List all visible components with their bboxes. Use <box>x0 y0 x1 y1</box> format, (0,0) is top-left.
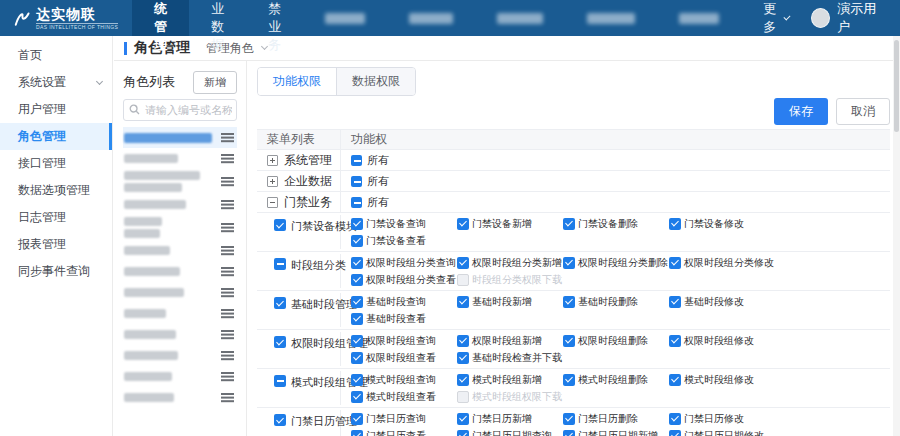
top-nav-item[interactable]: 门禁业务 <box>246 0 303 36</box>
perm-checkbox[interactable] <box>669 430 681 436</box>
perm-checkbox[interactable] <box>563 335 575 347</box>
perm-checkbox[interactable] <box>563 296 575 308</box>
top-nav-item[interactable]: 更多 <box>741 0 811 36</box>
top-nav-item[interactable]: 系统管理 <box>132 0 189 36</box>
menu-handle-icon[interactable] <box>221 133 234 142</box>
add-role-button[interactable]: 新增 <box>193 71 237 94</box>
module-checkbox[interactable] <box>274 258 286 270</box>
sidebar-item[interactable]: 角色管理 <box>0 123 112 150</box>
menu-handle-icon[interactable] <box>221 330 234 339</box>
menu-handle-icon[interactable] <box>221 223 234 232</box>
perm-checkbox[interactable] <box>351 296 363 308</box>
top-nav-item[interactable] <box>303 0 387 36</box>
perm-checkbox[interactable] <box>457 430 469 436</box>
tab-data-perm[interactable]: 数据权限 <box>336 68 415 95</box>
perm-checkbox[interactable] <box>351 352 363 364</box>
menu-handle-icon[interactable] <box>221 288 234 297</box>
all-checkbox[interactable] <box>351 197 362 208</box>
perm-checkbox[interactable] <box>563 413 575 425</box>
menu-handle-icon[interactable] <box>221 372 234 381</box>
role-list-item[interactable] <box>123 366 237 387</box>
role-list-item[interactable] <box>123 261 237 282</box>
sidebar-item[interactable]: 接口管理 <box>0 150 112 177</box>
perm-checkbox[interactable] <box>563 430 575 436</box>
menu-handle-icon[interactable] <box>221 267 234 276</box>
top-nav-item[interactable] <box>565 0 657 36</box>
module-checkbox[interactable] <box>274 375 286 387</box>
cancel-button[interactable]: 取消 <box>836 98 890 125</box>
perm-checkbox[interactable] <box>351 313 363 325</box>
menu-handle-icon[interactable] <box>221 393 234 402</box>
tab-function-perm[interactable]: 功能权限 <box>258 68 336 95</box>
expand-toggle-icon[interactable] <box>267 197 278 208</box>
perm-checkbox[interactable] <box>669 335 681 347</box>
scrollbar-thumb[interactable] <box>894 40 899 132</box>
expand-toggle-icon[interactable] <box>267 176 278 187</box>
sidebar-item[interactable]: 日志管理 <box>0 204 112 231</box>
top-nav-item[interactable] <box>475 0 565 36</box>
user-menu[interactable]: 演示用户 <box>811 0 900 36</box>
perm-checkbox[interactable] <box>669 218 681 230</box>
role-list-item[interactable] <box>123 240 237 261</box>
role-list-item[interactable] <box>123 215 237 240</box>
perm-checkbox[interactable] <box>669 374 681 386</box>
perm-checkbox[interactable] <box>457 218 469 230</box>
top-nav-item[interactable] <box>387 0 475 36</box>
expand-toggle-icon[interactable] <box>267 155 278 166</box>
perm-checkbox[interactable] <box>351 274 363 286</box>
role-list-item[interactable] <box>123 194 237 215</box>
role-list-item[interactable] <box>123 387 237 408</box>
module-checkbox[interactable] <box>274 297 286 309</box>
page-scrollbar[interactable] <box>893 36 900 436</box>
perm-checkbox[interactable] <box>563 218 575 230</box>
sidebar-item[interactable]: 用户管理 <box>0 96 112 123</box>
perm-checkbox[interactable] <box>563 257 575 269</box>
sidebar-item[interactable]: 系统设置 <box>0 69 112 96</box>
sidebar-item[interactable]: 数据选项管理 <box>0 177 112 204</box>
perm-checkbox[interactable] <box>351 235 363 247</box>
all-checkbox[interactable] <box>351 155 362 166</box>
chevron-down-icon[interactable] <box>261 43 268 50</box>
perm-checkbox[interactable] <box>351 257 363 269</box>
role-list-item[interactable] <box>123 324 237 345</box>
menu-handle-icon[interactable] <box>221 177 234 186</box>
perm-checkbox[interactable] <box>457 374 469 386</box>
perm-checkbox[interactable] <box>563 374 575 386</box>
perm-checkbox[interactable] <box>351 335 363 347</box>
perm-checkbox[interactable] <box>351 413 363 425</box>
role-list-item[interactable] <box>123 345 237 366</box>
perm-checkbox[interactable] <box>457 296 469 308</box>
perm-checkbox[interactable] <box>351 218 363 230</box>
menu-handle-icon[interactable] <box>221 309 234 318</box>
all-checkbox[interactable] <box>351 176 362 187</box>
role-list-item[interactable] <box>123 303 237 324</box>
role-list-item[interactable] <box>123 127 237 148</box>
top-nav-item[interactable] <box>657 0 741 36</box>
perm-checkbox[interactable] <box>457 413 469 425</box>
role-search-input[interactable] <box>123 99 237 121</box>
perm-checkbox[interactable] <box>669 413 681 425</box>
menu-handle-icon[interactable] <box>221 200 234 209</box>
module-checkbox[interactable] <box>274 414 286 426</box>
sidebar-item[interactable]: 同步事件查询 <box>0 258 112 285</box>
perm-checkbox[interactable] <box>457 257 469 269</box>
perm-checkbox[interactable] <box>457 391 469 403</box>
perm-checkbox[interactable] <box>351 391 363 403</box>
sidebar-item[interactable]: 报表管理 <box>0 231 112 258</box>
perm-checkbox[interactable] <box>457 335 469 347</box>
sidebar-item[interactable]: 首页 <box>0 42 112 69</box>
perm-checkbox[interactable] <box>351 430 363 436</box>
menu-handle-icon[interactable] <box>221 154 234 163</box>
menu-handle-icon[interactable] <box>221 246 234 255</box>
menu-handle-icon[interactable] <box>221 351 234 360</box>
role-list-item[interactable] <box>123 169 237 194</box>
perm-checkbox[interactable] <box>669 257 681 269</box>
module-checkbox[interactable] <box>274 219 286 231</box>
top-nav-item[interactable]: 企业数据 <box>189 0 246 36</box>
role-list-item[interactable] <box>123 148 237 169</box>
role-list-item[interactable] <box>123 282 237 303</box>
perm-checkbox[interactable] <box>669 296 681 308</box>
perm-checkbox[interactable] <box>457 352 469 364</box>
module-checkbox[interactable] <box>274 336 286 348</box>
perm-checkbox[interactable] <box>351 374 363 386</box>
